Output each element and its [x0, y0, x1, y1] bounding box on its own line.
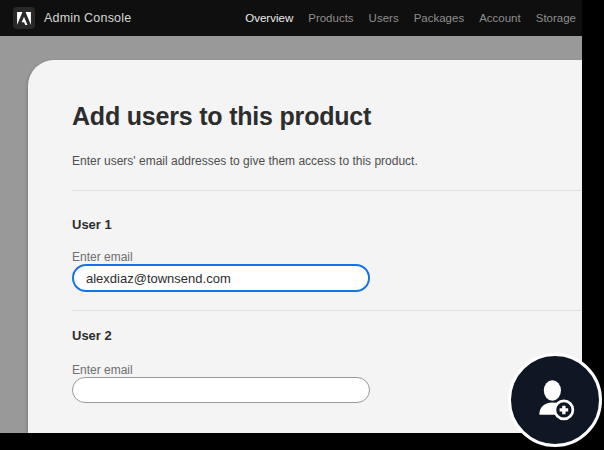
user-2-label: User 2: [72, 328, 112, 343]
user-1-label: User 1: [72, 217, 112, 232]
user-1-field-label: Enter email: [72, 250, 133, 264]
nav-item-packages[interactable]: Packages: [414, 12, 465, 24]
page-title: Add users to this product: [72, 102, 371, 131]
nav-item-overview[interactable]: Overview: [245, 12, 293, 24]
add-users-panel: Add users to this product Enter users' e…: [28, 60, 582, 433]
primary-nav: Overview Products Users Packages Account…: [245, 12, 576, 24]
section-divider: [72, 190, 582, 191]
page-subtitle: Enter users' email addresses to give the…: [72, 154, 418, 168]
add-user-icon: [532, 377, 578, 423]
user-2-field-label: Enter email: [72, 363, 133, 377]
user-1-email-input[interactable]: [72, 264, 370, 292]
nav-item-users[interactable]: Users: [369, 12, 399, 24]
nav-item-products[interactable]: Products: [308, 12, 353, 24]
top-nav-bar: Admin Console Overview Products Users Pa…: [0, 0, 582, 36]
app-title: Admin Console: [44, 11, 131, 25]
add-user-button[interactable]: [508, 353, 602, 447]
user-2-email-input[interactable]: [72, 377, 370, 403]
nav-item-account[interactable]: Account: [479, 12, 521, 24]
adobe-logo-icon[interactable]: [13, 7, 35, 29]
section-divider: [72, 310, 582, 311]
nav-item-storage[interactable]: Storage: [536, 12, 576, 24]
